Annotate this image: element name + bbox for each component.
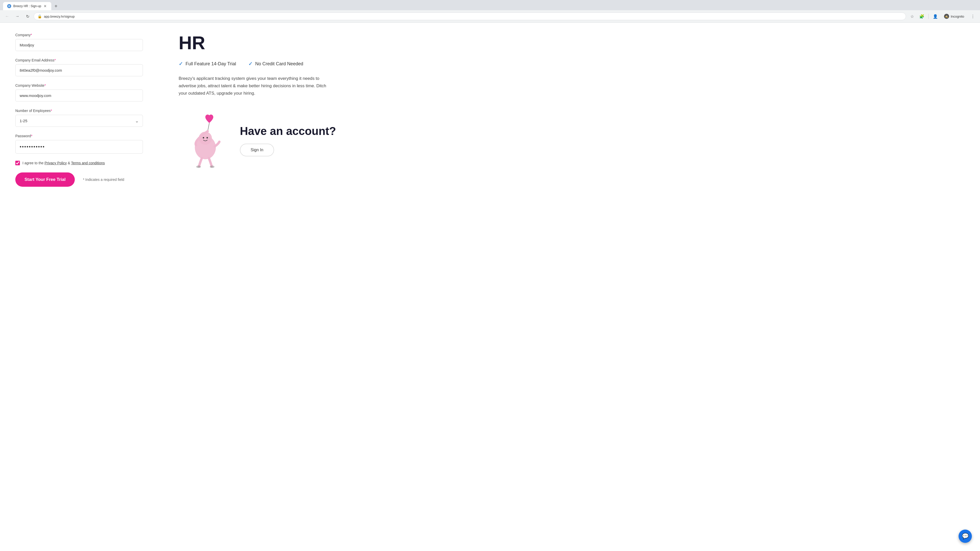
marketing-description: Breezy's applicant tracking system gives… xyxy=(179,75,332,97)
features-row: ✓ Full Feature 14-Day Trial ✓ No Credit … xyxy=(179,61,959,67)
company-required: * xyxy=(30,33,32,37)
form-panel: Company* Company Email Address* Company … xyxy=(0,23,158,551)
svg-point-4 xyxy=(196,165,201,168)
required-note: * Indicates a required field xyxy=(83,178,124,182)
tab-favicon: B xyxy=(7,4,11,8)
check-icon-no-card: ✓ xyxy=(248,61,253,67)
active-tab[interactable]: B Breezy HR : Sign-up ✕ xyxy=(3,2,51,10)
extensions-button[interactable]: 🧩 xyxy=(918,12,926,21)
address-bar[interactable]: 🔒 app.breezy.hr/signup xyxy=(34,13,906,20)
bookmark-button[interactable]: ☆ xyxy=(908,12,916,21)
browser-chrome: B Breezy HR : Sign-up ✕ + ← → ↻ 🔒 app.br… xyxy=(0,0,980,23)
employees-select-wrapper: 1-25 26-50 51-100 101-250 251-500 501-10… xyxy=(15,115,143,127)
website-required: * xyxy=(45,83,46,87)
have-account-heading: Have an account? xyxy=(240,125,336,138)
have-account-section: Have an account? Sign In xyxy=(179,113,959,168)
company-field-group: Company* xyxy=(15,33,143,51)
website-label: Company Website* xyxy=(15,83,143,87)
tab-close-button[interactable]: ✕ xyxy=(43,4,47,8)
website-field-group: Company Website* xyxy=(15,83,143,102)
form-actions: Start Your Free Trial * Indicates a requ… xyxy=(15,172,143,187)
company-label: Company* xyxy=(15,33,143,37)
password-label: Password* xyxy=(15,134,143,138)
employees-required: * xyxy=(51,109,52,113)
new-tab-button[interactable]: + xyxy=(52,3,59,10)
toolbar-actions: ☆ 🧩 👤 🕵 Incognito ⋮ xyxy=(908,12,977,21)
browser-toolbar: ← → ↻ 🔒 app.breezy.hr/signup ☆ 🧩 👤 🕵 Inc… xyxy=(0,10,980,22)
password-field-group: Password* xyxy=(15,134,143,154)
page-heading: HR xyxy=(179,33,959,53)
profile-button[interactable]: 👤 xyxy=(931,12,939,21)
employees-label: Number of Employees* xyxy=(15,109,143,113)
incognito-icon: 🕵 xyxy=(944,14,949,19)
email-label: Company Email Address* xyxy=(15,58,143,62)
website-input[interactable] xyxy=(15,89,143,102)
employees-select[interactable]: 1-25 26-50 51-100 101-250 251-500 501-10… xyxy=(15,115,143,127)
email-required: * xyxy=(54,58,56,62)
feature-no-card-text: No Credit Card Needed xyxy=(255,61,303,67)
incognito-button[interactable]: 🕵 Incognito xyxy=(941,13,967,20)
menu-button[interactable]: ⋮ xyxy=(969,12,977,21)
terms-link[interactable]: Terms and conditions xyxy=(71,161,105,165)
email-field-group: Company Email Address* xyxy=(15,58,143,76)
marketing-panel: HR ✓ Full Feature 14-Day Trial ✓ No Cred… xyxy=(158,23,980,551)
terms-checkbox[interactable] xyxy=(15,161,20,165)
character-illustration xyxy=(179,113,230,168)
feature-trial: ✓ Full Feature 14-Day Trial xyxy=(179,61,236,67)
incognito-label: Incognito xyxy=(951,14,964,18)
have-account-content: Have an account? Sign In xyxy=(240,125,336,156)
back-button[interactable]: ← xyxy=(3,12,11,21)
privacy-policy-link[interactable]: Privacy Policy xyxy=(45,161,67,165)
password-input[interactable] xyxy=(15,140,143,154)
svg-point-3 xyxy=(207,137,208,138)
reload-button[interactable]: ↻ xyxy=(24,12,32,21)
url-text: app.breezy.hr/signup xyxy=(44,14,75,18)
svg-point-5 xyxy=(210,165,215,168)
submit-button[interactable]: Start Your Free Trial xyxy=(15,172,75,187)
employees-field-group: Number of Employees* 1-25 26-50 51-100 1… xyxy=(15,109,143,127)
chat-icon: 💬 xyxy=(962,533,969,540)
company-input[interactable] xyxy=(15,39,143,51)
page-content: Company* Company Email Address* Company … xyxy=(0,23,980,551)
tab-title: Breezy HR : Sign-up xyxy=(13,4,41,8)
forward-button[interactable]: → xyxy=(13,12,21,21)
password-required: * xyxy=(31,134,32,138)
tab-bar: B Breezy HR : Sign-up ✕ + xyxy=(0,0,980,10)
chat-button[interactable]: 💬 xyxy=(959,530,972,543)
email-input[interactable] xyxy=(15,64,143,76)
check-icon-trial: ✓ xyxy=(179,61,183,67)
svg-point-2 xyxy=(203,137,204,138)
feature-no-card: ✓ No Credit Card Needed xyxy=(248,61,303,67)
terms-label: I agree to the Privacy Policy & Terms an… xyxy=(22,161,105,165)
terms-checkbox-row: I agree to the Privacy Policy & Terms an… xyxy=(15,161,143,165)
sign-in-button[interactable]: Sign In xyxy=(240,144,274,156)
lock-icon: 🔒 xyxy=(38,14,42,18)
feature-trial-text: Full Feature 14-Day Trial xyxy=(186,61,236,67)
